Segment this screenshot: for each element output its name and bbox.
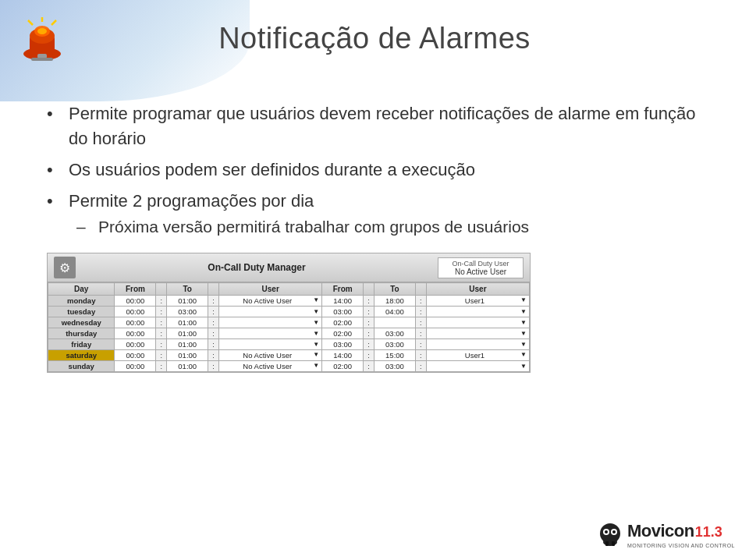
table-row: sunday 00:00 : 01:00 : No Active User ▼ … (48, 361, 530, 372)
col-to1: To (167, 283, 208, 296)
cell-user1[interactable]: ▼ (219, 328, 322, 339)
widget-header: ⚙ On-Call Duty Manager On-Call Duty User… (48, 253, 530, 282)
cell-to2[interactable]: 03:00 (374, 361, 416, 372)
cell-colon2: : (208, 350, 219, 361)
col-day: Day (48, 283, 115, 296)
cell-from1[interactable]: 00:00 (115, 339, 156, 350)
duty-table: Day From To User From To User monday 00:… (48, 282, 530, 372)
svg-rect-18 (609, 541, 612, 546)
cell-colon4: : (415, 361, 426, 372)
cell-user2[interactable]: User1 ▼ (426, 350, 529, 361)
cell-user1[interactable]: ▼ (219, 317, 322, 328)
cell-from1[interactable]: 00:00 (115, 317, 156, 328)
cell-colon2: : (208, 296, 219, 307)
cell-colon2: : (208, 307, 219, 317)
cell-to1[interactable]: 01:00 (167, 296, 208, 307)
page-title: Notificação de Alarmes (0, 22, 749, 55)
cell-to1[interactable]: 01:00 (167, 350, 208, 361)
main-bullet-list: Permite programar que usuários devem rec… (47, 101, 718, 239)
sub-bullet-item-1: Próxima versão permitirá trabalhar com g… (76, 215, 718, 239)
cell-to2[interactable]: 03:00 (374, 339, 416, 350)
cell-to2[interactable]: 15:00 (374, 350, 416, 361)
svg-rect-16 (605, 541, 609, 546)
col-sep2 (208, 283, 219, 296)
cell-from1[interactable]: 00:00 (115, 296, 156, 307)
bullet-item-3: Permite 2 programações por dia Próxima v… (47, 189, 718, 239)
cell-user2[interactable]: User1 ▼ (426, 296, 529, 307)
col-from1: From (115, 283, 156, 296)
cell-colon3: : (364, 361, 374, 372)
cell-to2[interactable] (374, 317, 416, 328)
cell-colon3: : (364, 307, 374, 317)
sub-bullet-list: Próxima versão permitirá trabalhar com g… (76, 215, 718, 239)
cell-to1[interactable]: 01:00 (167, 339, 208, 350)
cell-colon4: : (415, 317, 426, 328)
cell-colon4: : (415, 350, 426, 361)
cell-day: friday (48, 339, 115, 350)
movicon-logo: Movicon 11.3 Monitoring Vision and Contr… (596, 521, 735, 549)
col-sep4 (415, 283, 426, 296)
cell-from2[interactable]: 03:00 (322, 307, 364, 317)
cell-colon4: : (415, 328, 426, 339)
table-row: tuesday 00:00 : 03:00 : ▼ 03:00 : 04:00 … (48, 307, 530, 317)
cell-colon1: : (156, 307, 167, 317)
svg-point-4 (37, 28, 47, 34)
svg-rect-9 (31, 58, 53, 61)
cell-from2[interactable]: 14:00 (322, 296, 364, 307)
cell-day: sunday (48, 361, 115, 372)
widget-user-value: No Active User (446, 268, 515, 276)
cell-user2[interactable]: ▼ (426, 317, 529, 328)
col-sep1 (156, 283, 167, 296)
cell-user1[interactable]: ▼ (219, 339, 322, 350)
cell-day: thursday (48, 328, 115, 339)
table-row: thursday 00:00 : 01:00 : ▼ 02:00 : 03:00… (48, 328, 530, 339)
cell-user1[interactable]: No Active User ▼ (219, 361, 322, 372)
cell-colon2: : (208, 328, 219, 339)
cell-from1[interactable]: 00:00 (115, 328, 156, 339)
cell-colon3: : (364, 328, 374, 339)
cell-from2[interactable]: 02:00 (322, 361, 364, 372)
cell-to1[interactable]: 01:00 (167, 317, 208, 328)
cell-colon1: : (156, 361, 167, 372)
cell-user2[interactable]: ▼ (426, 328, 529, 339)
cell-colon3: : (364, 296, 374, 307)
cell-colon2: : (208, 361, 219, 372)
cell-colon1: : (156, 350, 167, 361)
cell-from2[interactable]: 02:00 (322, 317, 364, 328)
cell-from2[interactable]: 03:00 (322, 339, 364, 350)
cell-to1[interactable]: 03:00 (167, 307, 208, 317)
col-sep3 (364, 283, 374, 296)
cell-user2[interactable]: ▼ (426, 339, 529, 350)
bullet-item-2: Os usuários podem ser definidos durante … (47, 158, 718, 183)
cell-to1[interactable]: 01:00 (167, 328, 208, 339)
cell-from2[interactable]: 02:00 (322, 328, 364, 339)
cell-to2[interactable]: 18:00 (374, 296, 416, 307)
widget-user-label: On-Call Duty User (446, 260, 515, 268)
movicon-brand: Movicon (627, 521, 694, 541)
svg-point-15 (612, 530, 616, 533)
col-user2: User (426, 283, 529, 296)
table-row: wednesday 00:00 : 01:00 : ▼ 02:00 : : ▼ (48, 317, 530, 328)
cell-user2[interactable]: ▼ (426, 307, 529, 317)
cell-user1[interactable]: No Active User ▼ (219, 350, 322, 361)
cell-from2[interactable]: 14:00 (322, 350, 364, 361)
cell-colon1: : (156, 317, 167, 328)
cell-user2[interactable]: ▼ (426, 361, 529, 372)
alarm-icon (14, 11, 70, 67)
cell-colon4: : (415, 339, 426, 350)
cell-from1[interactable]: 00:00 (115, 350, 156, 361)
gear-icon[interactable]: ⚙ (54, 257, 76, 278)
table-row: saturday 00:00 : 01:00 : No Active User … (48, 350, 530, 361)
cell-to2[interactable]: 04:00 (374, 307, 416, 317)
cell-day: wednesday (48, 317, 115, 328)
cell-from1[interactable]: 00:00 (115, 307, 156, 317)
cell-user1[interactable]: ▼ (219, 307, 322, 317)
cell-to2[interactable]: 03:00 (374, 328, 416, 339)
cell-to1[interactable]: 01:00 (167, 361, 208, 372)
cell-colon3: : (364, 350, 374, 361)
duty-manager-widget: ⚙ On-Call Duty Manager On-Call Duty User… (47, 253, 531, 373)
cell-user1[interactable]: No Active User ▼ (219, 296, 322, 307)
col-user1: User (219, 283, 322, 296)
cell-day: monday (48, 296, 115, 307)
cell-from1[interactable]: 00:00 (115, 361, 156, 372)
